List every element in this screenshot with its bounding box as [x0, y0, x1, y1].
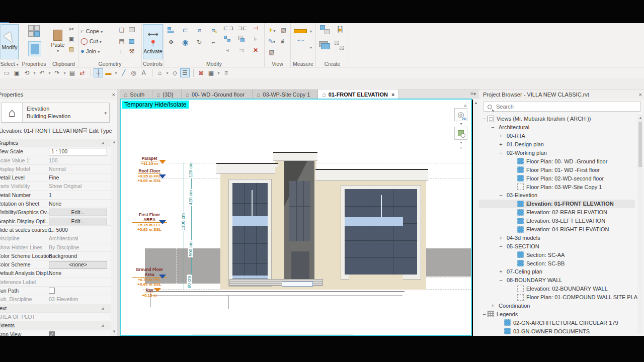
property-row[interactable]: Visibility/Graphics Ov... Edit...: [0, 208, 111, 217]
tree-row[interactable]: 03-GN-OWNER DOCUMENTS: [479, 327, 635, 335]
property-row[interactable]: View Scale 1 : 100: [0, 147, 111, 156]
property-row[interactable]: AREA OF PLOT: [0, 313, 111, 321]
property-value[interactable]: ✓: [49, 331, 55, 336]
dim-1100cm[interactable]: 1100 cm: [181, 212, 186, 231]
dim-420cm[interactable]: 420 cm: [188, 189, 193, 206]
properties-panel-header[interactable]: Properties ×: [0, 89, 117, 100]
tree-row[interactable]: 02-GN-ARCHITECTURAL CIRCULAR 179: [479, 318, 635, 327]
property-row[interactable]: Extents: [0, 321, 111, 330]
tree-expander[interactable]: −: [498, 150, 504, 156]
tree-row[interactable]: + 04-3d models: [479, 233, 635, 242]
property-row[interactable]: Display Model Normal: [0, 165, 111, 173]
box3d-icon[interactable]: ▧: [268, 48, 276, 56]
spline-icon[interactable]: ╱: [119, 68, 128, 77]
property-value[interactable]: Fine: [49, 174, 107, 180]
cutaway-icon[interactable]: ≢: [280, 37, 288, 45]
tree-row[interactable]: Section: SC-BB: [479, 259, 635, 267]
array-icon[interactable]: [223, 35, 231, 43]
align-icon[interactable]: [167, 26, 175, 34]
property-row[interactable]: Graphics: [0, 139, 111, 147]
browser-scrollbar[interactable]: ▲: [637, 115, 643, 334]
beam-number-icon[interactable]: ▤: [118, 37, 126, 45]
property-row[interactable]: Color Scheme <none>: [0, 260, 111, 269]
zoom-region-button[interactable]: [454, 127, 467, 140]
family-types-icon[interactable]: [28, 25, 41, 38]
chevron-down-icon[interactable]: ▾: [454, 140, 468, 145]
tree-row[interactable]: − Views (Mr. Mubarak Ibrahim ( ARCH )): [479, 115, 635, 123]
tree-row[interactable]: − 08-BOUNDARY WALL: [479, 276, 635, 285]
marker-icon[interactable]: ◇: [170, 68, 180, 77]
scroll-up-icon[interactable]: ▲: [638, 116, 642, 120]
property-row[interactable]: Detail Number 1: [0, 191, 111, 200]
tree-row[interactable]: − 02-Working plan: [479, 149, 635, 157]
hammer-icon[interactable]: ⚒: [128, 47, 136, 55]
property-value[interactable]: 1 : 5000: [49, 227, 107, 233]
move-icon[interactable]: ✥: [167, 38, 175, 46]
chevron-down-icon[interactable]: ▾: [104, 111, 107, 116]
separator[interactable]: [88, 69, 91, 77]
transfer-icon[interactable]: ⇄: [77, 68, 87, 77]
property-row[interactable]: Default Analysis Displ... None: [0, 269, 111, 278]
chevron-down-icon[interactable]: ▾: [454, 121, 468, 127]
tree-expander[interactable]: +: [498, 141, 504, 147]
trim-extend-icon[interactable]: ⫞: [223, 46, 231, 54]
property-value[interactable]: None: [49, 201, 107, 207]
property-value[interactable]: Normal: [49, 166, 107, 172]
instance-name[interactable]: Elevation: 01-FRONT ELEVATION: [0, 128, 83, 134]
separator[interactable]: [190, 69, 194, 77]
property-row[interactable]: Hide at scales coarser... 1 : 5000: [0, 226, 111, 234]
property-value[interactable]: Edit...: [49, 209, 107, 216]
property-row[interactable]: Sun Path: [0, 287, 111, 295]
split-icon[interactable]: ⊏⊐: [223, 24, 231, 32]
unpin-icon[interactable]: ⊦: [252, 35, 260, 43]
dropdown-icon[interactable]: ▾: [32, 68, 37, 77]
navbar-handle-icon[interactable]: ○: [454, 145, 468, 150]
property-row[interactable]: Scale Value 1: 100: [0, 156, 111, 165]
cope-button[interactable]: ⌐ Cope ▾: [80, 27, 103, 35]
tree-row[interactable]: − 05-SECTION: [479, 242, 635, 250]
edit-type-button[interactable]: Edit Type: [89, 128, 112, 134]
dim-60cm[interactable]: 60 cm: [187, 275, 192, 290]
property-value[interactable]: By Discipline: [49, 244, 107, 250]
search-input[interactable]: [496, 104, 622, 110]
tree-row[interactable]: − 03-Elevetion: [479, 191, 635, 200]
property-row[interactable]: Discipline Architectural: [0, 234, 111, 243]
dim-500cm[interactable]: 500 cm: [188, 240, 193, 257]
print-icon[interactable]: ▤: [67, 68, 77, 77]
wall-opening-icon[interactable]: [128, 26, 136, 34]
property-row[interactable]: Graphic Display Opti... Edit...: [0, 217, 111, 226]
cut-button[interactable]: ◯ Cut ▾: [80, 37, 102, 45]
tree-expander[interactable]: −: [481, 311, 488, 317]
property-value[interactable]: 1: [49, 192, 107, 198]
dropdown-icon[interactable]: ▾: [310, 45, 312, 50]
tree-row[interactable]: − Legends: [479, 310, 635, 318]
search-box[interactable]: [483, 102, 641, 112]
delete-icon[interactable]: ✕: [252, 46, 260, 54]
create-assembly-icon[interactable]: [334, 40, 346, 52]
type-selector[interactable]: ⌂ Elevation Building Elevation ▾: [1, 103, 110, 123]
pin-element-icon[interactable]: ⊣: [252, 24, 260, 32]
tree-row[interactable]: + Coordination: [479, 302, 635, 310]
property-value[interactable]: Edit...: [49, 218, 107, 225]
save-icon[interactable]: ▣: [12, 68, 22, 77]
dropdown-icon[interactable]: ▾: [216, 68, 221, 77]
dim-120cm[interactable]: 120 cm: [188, 161, 193, 178]
offset-icon[interactable]: ⊂: [181, 26, 189, 34]
tree-row[interactable]: Elevation: 01-FRONT ELEVATION: [479, 200, 635, 208]
tree-row[interactable]: Elevation: 03-LEFT ELEVATION: [479, 217, 635, 225]
scroll-down-icon[interactable]: ▼: [112, 329, 116, 334]
tree-expander[interactable]: −: [481, 116, 488, 122]
activate-controls-button[interactable]: ⟷ 📍 Activate: [143, 24, 163, 59]
tree-row[interactable]: Elevation: 02-BOUNDARY WALL: [479, 285, 635, 293]
create-parts-icon[interactable]: [319, 40, 331, 52]
rotate-icon[interactable]: ↻: [195, 38, 203, 46]
tree-row[interactable]: + 01-Design plan: [479, 140, 635, 149]
tab-list-menu-icon[interactable]: ≡▾: [470, 91, 476, 97]
open-icon[interactable]: ▭: [2, 68, 12, 77]
measure-icon[interactable]: ▬: [104, 68, 113, 77]
copy-icon[interactable]: ▣: [67, 35, 75, 43]
separator[interactable]: [149, 69, 152, 77]
visibility-filter-icon[interactable]: ☰: [180, 68, 190, 77]
property-value[interactable]: Background: [49, 253, 107, 259]
tree-row[interactable]: + 07-Celing plan: [479, 267, 635, 276]
